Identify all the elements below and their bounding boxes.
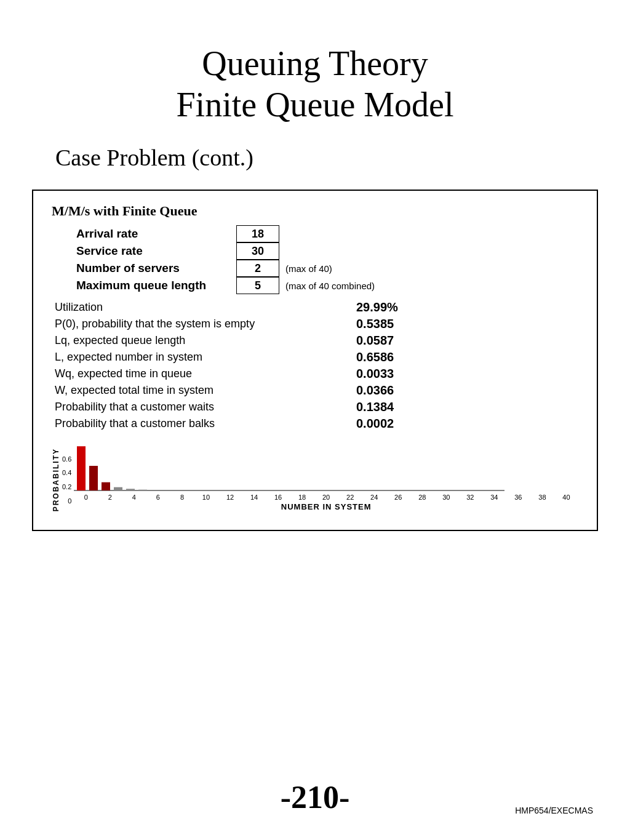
chart-xlabel: NUMBER IN SYSTEM: [74, 502, 578, 511]
input-note-2: (max of 40): [285, 263, 332, 274]
xtick-18: 36: [506, 494, 530, 501]
result-row-3: L, expected number in system 0.6586: [55, 350, 578, 364]
bar-chart-svg: [74, 440, 578, 492]
section-title: Case Problem (cont.): [55, 144, 253, 171]
bar-3: [114, 487, 122, 490]
main-title: Queuing Theory Finite Queue Model: [176, 43, 453, 126]
result-label-5: W, expected total time in system: [55, 384, 319, 397]
result-label-6: Probability that a customer waits: [55, 401, 319, 414]
result-label-2: Lq, expected queue length: [55, 334, 319, 347]
xtick-7: 14: [242, 494, 266, 501]
input-table: Arrival rate 18 Service rate 30 Number o…: [76, 225, 578, 294]
result-value-3: 0.6586: [356, 350, 394, 364]
xtick-17: 34: [482, 494, 506, 501]
result-label-4: Wq, expected time in queue: [55, 367, 319, 380]
xtick-2: 4: [122, 494, 146, 501]
chart-content: 0246810121416182022242628303234363840 NU…: [74, 440, 578, 511]
xtick-6: 12: [218, 494, 242, 501]
bar-4: [126, 489, 135, 491]
footer-row: -210- HMP654/EXECMAS: [37, 742, 593, 815]
xtick-20: 40: [554, 494, 578, 501]
input-label-2: Number of servers: [76, 262, 236, 275]
result-row-7: Probability that a customer balks 0.0002: [55, 417, 578, 431]
input-label-1: Service rate: [76, 244, 236, 258]
result-label-7: Probability that a customer balks: [55, 417, 319, 430]
ytick-2: 0.2: [62, 483, 71, 490]
input-cell-3[interactable]: 5: [236, 277, 279, 294]
xtick-12: 24: [362, 494, 386, 501]
result-value-5: 0.0366: [356, 383, 394, 398]
footer-code: HMP654/EXECMAS: [515, 806, 593, 815]
model-box: M/M/s with Finite Queue Arrival rate 18 …: [32, 190, 598, 531]
bar-1: [89, 466, 98, 490]
xtick-10: 20: [314, 494, 338, 501]
bar-0: [77, 447, 86, 491]
result-row-6: Probability that a customer waits 0.1384: [55, 400, 578, 414]
xtick-14: 28: [410, 494, 434, 501]
result-row-4: Wq, expected time in queue 0.0033: [55, 367, 578, 381]
xtick-19: 38: [530, 494, 554, 501]
result-value-1: 0.5385: [356, 317, 394, 331]
xtick-3: 6: [146, 494, 170, 501]
ytick-1: 0.4: [62, 469, 71, 476]
xtick-11: 22: [338, 494, 362, 501]
result-row-0: Utilization 29.99%: [55, 300, 578, 314]
result-value-2: 0.0587: [356, 334, 394, 348]
input-note-3: (max of 40 combined): [285, 281, 375, 291]
input-cell-1[interactable]: 30: [236, 242, 279, 260]
bar-2: [102, 482, 110, 490]
input-label-3: Maximum queue length: [76, 279, 236, 292]
input-cell-0[interactable]: 18: [236, 225, 279, 242]
chart-yticks: 0.60.40.20: [62, 455, 71, 505]
bar-5: [138, 490, 147, 490]
result-row-1: P(0), probability that the system is emp…: [55, 317, 578, 331]
xtick-8: 16: [266, 494, 290, 501]
xtick-4: 8: [170, 494, 194, 501]
xtick-9: 18: [290, 494, 314, 501]
xtick-1: 2: [98, 494, 122, 501]
result-row-5: W, expected total time in system 0.0366: [55, 383, 578, 398]
results-area: Utilization 29.99% P(0), probability tha…: [52, 300, 578, 431]
xtick-0: 0: [74, 494, 98, 501]
chart-ylabel: PROBABILITY: [52, 448, 60, 511]
result-value-4: 0.0033: [356, 367, 394, 381]
result-value-6: 0.1384: [356, 400, 394, 414]
result-row-2: Lq, expected queue length 0.0587: [55, 334, 578, 348]
result-label-1: P(0), probability that the system is emp…: [55, 318, 319, 330]
input-cell-2[interactable]: 2: [236, 260, 279, 277]
xtick-15: 30: [434, 494, 458, 501]
input-row-3: Maximum queue length 5 (max of 40 combin…: [76, 277, 578, 294]
input-label-0: Arrival rate: [76, 227, 236, 241]
xtick-row: 0246810121416182022242628303234363840: [74, 494, 578, 501]
input-row-1: Service rate 30: [76, 242, 578, 260]
page-number: -210-: [281, 779, 350, 815]
xtick-13: 26: [386, 494, 410, 501]
result-label-3: L, expected number in system: [55, 351, 319, 364]
input-row-0: Arrival rate 18: [76, 225, 578, 242]
result-value-7: 0.0002: [356, 417, 394, 431]
result-value-0: 29.99%: [356, 300, 398, 314]
ytick-0: 0.6: [62, 455, 71, 463]
xtick-5: 10: [194, 494, 218, 501]
ytick-3: 0: [68, 497, 71, 505]
result-label-0: Utilization: [55, 301, 319, 314]
xtick-16: 32: [458, 494, 482, 501]
model-box-title: M/M/s with Finite Queue: [52, 203, 578, 219]
input-row-2: Number of servers 2 (max of 40): [76, 260, 578, 277]
chart-area: PROBABILITY 0.60.40.20 02468101214161820…: [52, 440, 578, 511]
